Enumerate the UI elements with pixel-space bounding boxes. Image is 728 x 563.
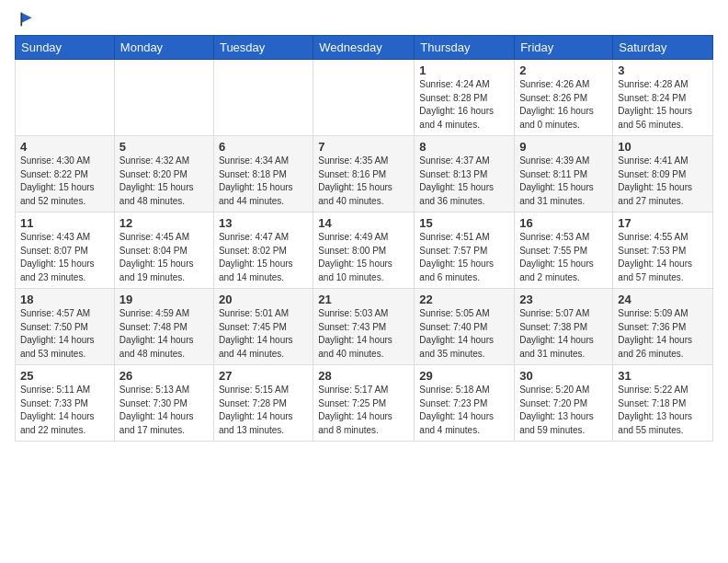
- day-number: 1: [419, 63, 509, 77]
- calendar-cell: [313, 60, 415, 136]
- calendar-cell: 20Sunrise: 5:01 AM Sunset: 7:45 PM Dayli…: [213, 289, 313, 365]
- svg-rect-1: [20, 13, 22, 27]
- day-number: 26: [119, 369, 209, 383]
- day-number: 28: [318, 369, 409, 383]
- calendar-cell: [16, 60, 115, 136]
- calendar-table: SundayMondayTuesdayWednesdayThursdayFrid…: [15, 35, 713, 442]
- day-number: 3: [618, 63, 708, 77]
- calendar-cell: 27Sunrise: 5:15 AM Sunset: 7:28 PM Dayli…: [213, 365, 313, 442]
- calendar-cell: 25Sunrise: 5:11 AM Sunset: 7:33 PM Dayli…: [16, 365, 115, 442]
- calendar-cell: 5Sunrise: 4:32 AM Sunset: 8:20 PM Daylig…: [114, 136, 213, 213]
- day-number: 10: [618, 140, 708, 154]
- calendar-cell: 7Sunrise: 4:35 AM Sunset: 8:16 PM Daylig…: [313, 136, 415, 213]
- day-number: 17: [618, 216, 708, 230]
- day-info: Sunrise: 4:26 AM Sunset: 8:26 PM Dayligh…: [519, 78, 608, 132]
- calendar-cell: 23Sunrise: 5:07 AM Sunset: 7:38 PM Dayli…: [515, 289, 613, 365]
- day-number: 19: [119, 293, 209, 306]
- calendar-cell: 6Sunrise: 4:34 AM Sunset: 8:18 PM Daylig…: [213, 136, 313, 213]
- weekday-header: Tuesday: [213, 36, 313, 60]
- weekday-header: Thursday: [415, 36, 515, 60]
- day-number: 22: [419, 293, 509, 306]
- day-info: Sunrise: 4:55 AM Sunset: 7:53 PM Dayligh…: [618, 231, 708, 284]
- calendar-cell: 9Sunrise: 4:39 AM Sunset: 8:11 PM Daylig…: [515, 136, 613, 213]
- day-number: 5: [119, 140, 209, 154]
- calendar-cell: 11Sunrise: 4:43 AM Sunset: 8:07 PM Dayli…: [16, 213, 115, 289]
- day-info: Sunrise: 4:30 AM Sunset: 8:22 PM Dayligh…: [20, 155, 109, 208]
- day-number: 31: [618, 369, 708, 383]
- day-number: 20: [219, 293, 308, 306]
- day-number: 18: [20, 293, 109, 306]
- day-number: 8: [419, 140, 509, 154]
- day-info: Sunrise: 4:43 AM Sunset: 8:07 PM Dayligh…: [20, 231, 109, 284]
- day-info: Sunrise: 4:32 AM Sunset: 8:20 PM Dayligh…: [119, 155, 209, 208]
- calendar-cell: 24Sunrise: 5:09 AM Sunset: 7:36 PM Dayli…: [613, 289, 713, 365]
- page: SundayMondayTuesdayWednesdayThursdayFrid…: [0, 0, 728, 449]
- calendar-week-row: 18Sunrise: 4:57 AM Sunset: 7:50 PM Dayli…: [16, 289, 713, 365]
- day-info: Sunrise: 4:39 AM Sunset: 8:11 PM Dayligh…: [519, 155, 608, 208]
- day-number: 25: [20, 369, 109, 383]
- calendar-cell: 1Sunrise: 4:24 AM Sunset: 8:28 PM Daylig…: [415, 60, 515, 136]
- calendar-cell: 13Sunrise: 4:47 AM Sunset: 8:02 PM Dayli…: [213, 213, 313, 289]
- weekday-header: Sunday: [16, 36, 115, 60]
- day-number: 12: [119, 216, 209, 230]
- weekday-header: Monday: [114, 36, 213, 60]
- calendar-cell: 19Sunrise: 4:59 AM Sunset: 7:48 PM Dayli…: [114, 289, 213, 365]
- calendar-week-row: 1Sunrise: 4:24 AM Sunset: 8:28 PM Daylig…: [16, 60, 713, 136]
- calendar-cell: 29Sunrise: 5:18 AM Sunset: 7:23 PM Dayli…: [415, 365, 515, 442]
- calendar-cell: 14Sunrise: 4:49 AM Sunset: 8:00 PM Dayli…: [313, 213, 415, 289]
- day-number: 15: [419, 216, 509, 230]
- day-info: Sunrise: 4:53 AM Sunset: 7:55 PM Dayligh…: [519, 231, 608, 284]
- logo-flag-icon: [18, 11, 35, 28]
- calendar-cell: 21Sunrise: 5:03 AM Sunset: 7:43 PM Dayli…: [313, 289, 415, 365]
- day-number: 7: [318, 140, 409, 154]
- day-info: Sunrise: 5:05 AM Sunset: 7:40 PM Dayligh…: [419, 307, 509, 361]
- day-number: 13: [219, 216, 308, 230]
- calendar-cell: 28Sunrise: 5:17 AM Sunset: 7:25 PM Dayli…: [313, 365, 415, 442]
- day-number: 23: [519, 293, 608, 306]
- day-info: Sunrise: 4:28 AM Sunset: 8:24 PM Dayligh…: [618, 78, 708, 132]
- calendar-cell: 30Sunrise: 5:20 AM Sunset: 7:20 PM Dayli…: [515, 365, 613, 442]
- day-info: Sunrise: 5:07 AM Sunset: 7:38 PM Dayligh…: [519, 307, 608, 361]
- day-number: 14: [318, 216, 409, 230]
- day-info: Sunrise: 4:51 AM Sunset: 7:57 PM Dayligh…: [419, 231, 509, 284]
- calendar-cell: 10Sunrise: 4:41 AM Sunset: 8:09 PM Dayli…: [613, 136, 713, 213]
- header: [15, 11, 713, 28]
- day-number: 9: [519, 140, 608, 154]
- day-info: Sunrise: 5:13 AM Sunset: 7:30 PM Dayligh…: [119, 384, 209, 437]
- calendar-cell: 26Sunrise: 5:13 AM Sunset: 7:30 PM Dayli…: [114, 365, 213, 442]
- day-info: Sunrise: 4:24 AM Sunset: 8:28 PM Dayligh…: [419, 78, 509, 132]
- day-info: Sunrise: 5:15 AM Sunset: 7:28 PM Dayligh…: [219, 384, 308, 437]
- day-info: Sunrise: 5:03 AM Sunset: 7:43 PM Dayligh…: [318, 307, 409, 361]
- day-number: 21: [318, 293, 409, 306]
- day-info: Sunrise: 4:34 AM Sunset: 8:18 PM Dayligh…: [219, 155, 308, 208]
- day-info: Sunrise: 4:57 AM Sunset: 7:50 PM Dayligh…: [20, 307, 109, 361]
- weekday-header: Wednesday: [313, 36, 415, 60]
- calendar-week-row: 25Sunrise: 5:11 AM Sunset: 7:33 PM Dayli…: [16, 365, 713, 442]
- day-number: 30: [519, 369, 608, 383]
- calendar-week-row: 11Sunrise: 4:43 AM Sunset: 8:07 PM Dayli…: [16, 213, 713, 289]
- day-info: Sunrise: 5:01 AM Sunset: 7:45 PM Dayligh…: [219, 307, 308, 361]
- calendar-cell: 8Sunrise: 4:37 AM Sunset: 8:13 PM Daylig…: [415, 136, 515, 213]
- day-info: Sunrise: 4:49 AM Sunset: 8:00 PM Dayligh…: [318, 231, 409, 284]
- day-number: 11: [20, 216, 109, 230]
- day-number: 4: [20, 140, 109, 154]
- logo: [15, 11, 35, 28]
- day-info: Sunrise: 5:17 AM Sunset: 7:25 PM Dayligh…: [318, 384, 409, 437]
- day-info: Sunrise: 4:59 AM Sunset: 7:48 PM Dayligh…: [119, 307, 209, 361]
- day-number: 24: [618, 293, 708, 306]
- calendar-cell: 16Sunrise: 4:53 AM Sunset: 7:55 PM Dayli…: [515, 213, 613, 289]
- weekday-header: Saturday: [613, 36, 713, 60]
- calendar-cell: 4Sunrise: 4:30 AM Sunset: 8:22 PM Daylig…: [16, 136, 115, 213]
- calendar-cell: [114, 60, 213, 136]
- calendar-cell: 17Sunrise: 4:55 AM Sunset: 7:53 PM Dayli…: [613, 213, 713, 289]
- day-info: Sunrise: 5:09 AM Sunset: 7:36 PM Dayligh…: [618, 307, 708, 361]
- calendar-cell: 22Sunrise: 5:05 AM Sunset: 7:40 PM Dayli…: [415, 289, 515, 365]
- day-info: Sunrise: 4:35 AM Sunset: 8:16 PM Dayligh…: [318, 155, 409, 208]
- svg-marker-0: [21, 13, 31, 23]
- calendar-cell: 2Sunrise: 4:26 AM Sunset: 8:26 PM Daylig…: [515, 60, 613, 136]
- calendar-cell: 12Sunrise: 4:45 AM Sunset: 8:04 PM Dayli…: [114, 213, 213, 289]
- calendar-cell: 18Sunrise: 4:57 AM Sunset: 7:50 PM Dayli…: [16, 289, 115, 365]
- calendar-week-row: 4Sunrise: 4:30 AM Sunset: 8:22 PM Daylig…: [16, 136, 713, 213]
- weekday-header: Friday: [515, 36, 613, 60]
- day-info: Sunrise: 5:20 AM Sunset: 7:20 PM Dayligh…: [519, 384, 608, 437]
